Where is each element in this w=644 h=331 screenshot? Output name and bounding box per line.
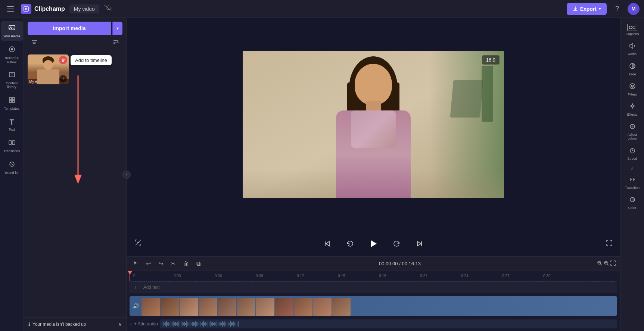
sidebar-item-transitions[interactable]: Transitions: [1, 136, 23, 156]
preview-frame: 16:9: [243, 51, 504, 198]
select-tool-button[interactable]: [131, 259, 141, 268]
effects-label: Effects: [627, 113, 637, 116]
export-button[interactable]: Export ▾: [567, 3, 607, 15]
info-icon: ℹ: [28, 322, 30, 327]
media-item-1[interactable]: 🗑 + My explainer ...: [28, 54, 69, 84]
fade-label: Fade: [628, 72, 636, 76]
sidebar-item-templates[interactable]: Templates: [1, 93, 23, 113]
hamburger-menu-button[interactable]: [4, 3, 16, 15]
timeline-area: ↩ ↪ ✂ 🗑 ⧉ 00:00.00 / 00:16.13: [127, 256, 620, 331]
svg-rect-2: [7, 11, 14, 12]
center-area: 16:9 5: [127, 18, 620, 331]
preview-video: [243, 51, 504, 198]
timeline-ruler: 0 0:03 0:06 0:09 0:12 0:15 0:18 0:21 0:2…: [127, 271, 620, 281]
right-panel-color[interactable]: Color: [622, 193, 643, 213]
svg-rect-14: [12, 97, 15, 100]
fit-to-window-button[interactable]: [610, 260, 616, 267]
import-dropdown-button[interactable]: ▾: [112, 22, 122, 35]
filters-label: Filters: [628, 93, 637, 96]
audio-waveform: [160, 319, 617, 328]
right-panel-audio[interactable]: Audio: [622, 40, 643, 59]
redo-button[interactable]: ↪: [156, 259, 165, 268]
main-area: Your media Record &create Contentlibrary…: [0, 18, 644, 331]
svg-point-25: [137, 242, 139, 243]
delete-button[interactable]: 🗑: [181, 259, 191, 268]
left-sidebar: Your media Record &create Contentlibrary…: [0, 18, 24, 331]
skip-to-start-button[interactable]: [320, 237, 334, 250]
text-track-content: T + Add text: [127, 281, 620, 295]
play-button[interactable]: [365, 235, 382, 252]
audio-icon: [629, 43, 636, 51]
backup-warning-content: ℹ Your media isn't backed up: [28, 322, 86, 327]
add-text-area[interactable]: T + Add text: [130, 281, 617, 293]
backup-warning-bar: ℹ Your media isn't backed up ∧: [24, 317, 126, 331]
svg-rect-15: [9, 100, 12, 103]
svg-rect-1: [7, 9, 14, 9]
svg-marker-31: [417, 241, 421, 246]
right-panel-speed[interactable]: Speed: [622, 144, 643, 163]
rewind-5s-button[interactable]: 5: [343, 237, 356, 250]
right-panel-adjust-colors[interactable]: Adjustcolors: [622, 120, 643, 143]
cut-button[interactable]: ✂: [168, 259, 178, 268]
video-frames: [130, 297, 351, 315]
filters-icon: [629, 83, 636, 91]
zoom-in-button[interactable]: [604, 260, 609, 267]
collapse-panel-button[interactable]: ‹: [122, 171, 131, 179]
transitions-icon: [8, 139, 16, 148]
sidebar-item-record-create[interactable]: Record &create: [1, 43, 23, 66]
timeline-zoom-controls: [597, 260, 616, 267]
media-panel: Import media ▾ 🗑: [24, 18, 127, 331]
right-panel-transition[interactable]: Transition: [622, 173, 643, 193]
user-avatar[interactable]: M: [628, 3, 640, 15]
app-name-label: Clipchamp: [34, 6, 65, 12]
playback-controls: 5: [127, 231, 620, 256]
video-track-content[interactable]: 🔊: [130, 296, 617, 316]
svg-line-36: [607, 264, 609, 265]
video-title[interactable]: My video: [69, 4, 99, 13]
svg-rect-18: [12, 141, 15, 144]
sidebar-item-label-text: Text: [9, 128, 15, 131]
ruler-mark-0: 0: [133, 274, 174, 278]
svg-rect-16: [12, 100, 15, 103]
captions-label: Captions: [626, 32, 639, 36]
aspect-ratio-button[interactable]: 16:9: [482, 55, 500, 65]
right-panel-captions[interactable]: CC Captions: [622, 21, 643, 39]
logo-icon: [21, 4, 31, 14]
ruler-mark-18: 0:18: [379, 274, 420, 278]
undo-button[interactable]: ↩: [144, 259, 153, 268]
waveform-bars: [160, 319, 240, 328]
video-frame-10: [313, 298, 332, 316]
right-panel-effects[interactable]: Effects: [622, 100, 643, 119]
ruler-mark-24: 0:24: [461, 274, 502, 278]
transition-label: Transition: [625, 186, 640, 190]
right-panel-filters[interactable]: Filters: [622, 80, 643, 99]
sort-button[interactable]: [113, 40, 119, 46]
delete-media-button[interactable]: 🗑: [59, 56, 67, 64]
right-panel-fade[interactable]: Fade: [622, 60, 643, 79]
import-media-button[interactable]: Import media: [28, 22, 111, 35]
video-frame-1: [141, 298, 160, 316]
forward-5s-button[interactable]: [391, 237, 404, 250]
add-to-timeline-tooltip: Add to timeline: [71, 55, 112, 65]
record-create-icon: [8, 46, 16, 55]
skip-to-end-button[interactable]: [413, 237, 426, 250]
magic-effects-button[interactable]: [134, 238, 142, 249]
import-row: Import media ▾: [28, 22, 122, 35]
backup-warning-dismiss[interactable]: ∧: [118, 321, 122, 327]
sidebar-item-your-media[interactable]: Your media: [1, 21, 23, 41]
color-label: Color: [628, 206, 637, 210]
svg-point-9: [11, 48, 13, 50]
svg-line-5: [105, 5, 111, 10]
copy-button[interactable]: ⧉: [194, 259, 203, 268]
add-audio-label[interactable]: + Add audio: [134, 321, 158, 327]
fullscreen-button[interactable]: [606, 240, 613, 248]
sidebar-item-content-library[interactable]: Contentlibrary: [1, 68, 23, 92]
export-label: Export: [580, 6, 597, 12]
sidebar-item-brand-kit[interactable]: Brand kit: [1, 157, 23, 178]
filter-button[interactable]: [31, 40, 37, 46]
help-button[interactable]: ?: [611, 3, 623, 15]
zoom-out-button[interactable]: [597, 260, 602, 267]
sidebar-item-label-content: Contentlibrary: [6, 81, 18, 89]
video-frame-5: [218, 298, 236, 316]
sidebar-item-text[interactable]: T Text: [1, 115, 23, 134]
